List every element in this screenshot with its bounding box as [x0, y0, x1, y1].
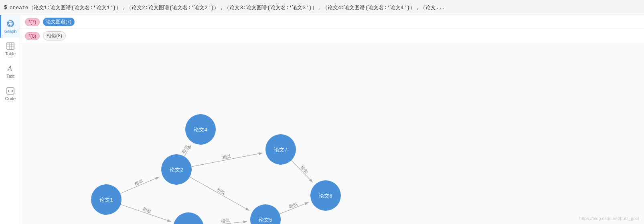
svg-text:论文4: 论文4	[194, 127, 207, 133]
cmd-prompt: $	[4, 4, 7, 10]
tag-row-2: *(8) 相似(8)	[20, 29, 644, 43]
sidebar-label-table: Table	[5, 51, 16, 56]
graph-svg: 相似相似相似相似相似相似相似相似论文1论文2论文3论文4论文5论文6论文7	[20, 43, 644, 224]
svg-point-37	[173, 212, 204, 224]
code-icon	[6, 87, 15, 95]
sidebar-item-text[interactable]: A Text	[0, 60, 20, 83]
svg-rect-9	[7, 43, 14, 49]
sidebar-label-text: Text	[6, 74, 14, 79]
sidebar-label-graph: Graph	[4, 29, 17, 34]
sidebar-item-table[interactable]: Table	[0, 38, 20, 60]
svg-text:论文1: 论文1	[99, 197, 113, 203]
tag-row-1: *(7) 论文图谱(7)	[20, 15, 644, 29]
svg-text:论文5: 论文5	[259, 217, 272, 223]
svg-text:论文7: 论文7	[274, 147, 287, 153]
cmd-text: create（论文1:论文图谱{论文名:'论文1'}），（论文2:论文图谱{论文…	[10, 4, 446, 11]
svg-text:A: A	[7, 65, 12, 73]
tag-similar-label[interactable]: 相似(8)	[43, 31, 66, 40]
tag-nodes-count[interactable]: *(7)	[25, 18, 40, 26]
sidebar-item-code[interactable]: Code	[0, 83, 20, 105]
graph-canvas: 相似相似相似相似相似相似相似相似论文1论文2论文3论文4论文5论文6论文7 ht…	[20, 43, 644, 224]
tag-edges-count[interactable]: *(8)	[25, 32, 40, 40]
sidebar: Graph Table A Text	[0, 15, 20, 224]
svg-text:相似: 相似	[216, 187, 226, 195]
text-icon: A	[6, 64, 15, 73]
svg-line-25	[190, 177, 249, 211]
table-icon	[6, 42, 15, 50]
watermark: https://blog.csdn.net/hutz_gool	[579, 216, 639, 221]
command-bar: $ create（论文1:论文图谱{论文名:'论文1'}），（论文2:论文图谱{…	[0, 0, 644, 15]
svg-line-31	[292, 160, 313, 182]
content-area: *(7) 论文图谱(7) *(8) 相似(8) 相似相似相似相似相似相似相似相似…	[20, 15, 644, 224]
svg-text:相似: 相似	[222, 153, 231, 160]
svg-text:相似: 相似	[180, 144, 189, 154]
svg-text:相似: 相似	[142, 206, 152, 214]
tag-graph-label[interactable]: 论文图谱(7)	[43, 18, 75, 26]
svg-text:相似: 相似	[134, 178, 144, 186]
sidebar-label-code: Code	[5, 96, 16, 101]
svg-text:相似: 相似	[300, 164, 309, 174]
sidebar-item-graph[interactable]: Graph	[0, 15, 20, 38]
svg-text:论文6: 论文6	[319, 193, 332, 199]
svg-text:相似: 相似	[288, 201, 298, 209]
main-layout: Graph Table A Text	[0, 15, 644, 224]
svg-text:论文2: 论文2	[170, 167, 183, 173]
svg-text:相似: 相似	[221, 218, 230, 223]
graph-icon	[6, 19, 15, 28]
